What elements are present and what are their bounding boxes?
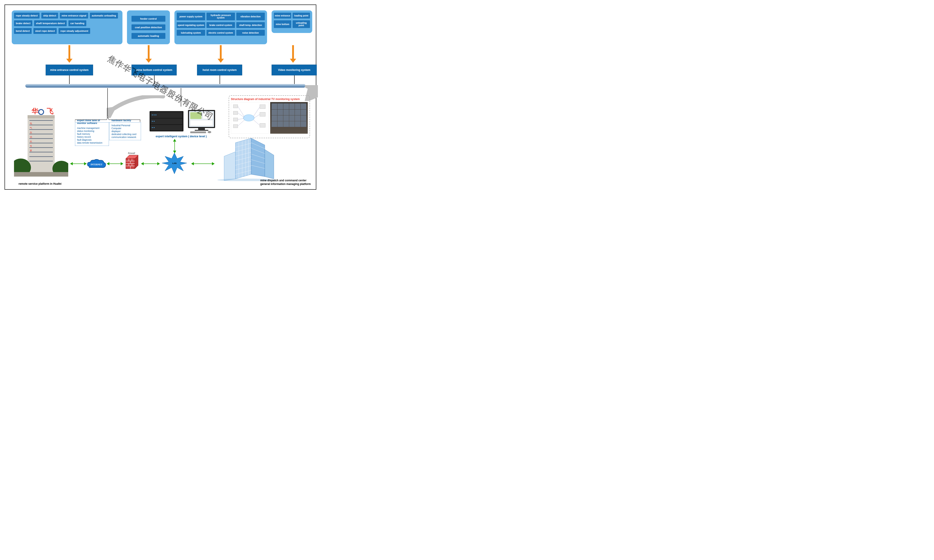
diagram-frame: rope steady detect skip detect mine entr… (5, 5, 316, 190)
svg-rect-18 (195, 130, 208, 131)
tag: car handing (68, 20, 86, 26)
panel-mine-entrance: rope steady detect skip detect mine entr… (12, 11, 122, 44)
tag: hydraulic pressure system (207, 13, 235, 20)
svg-text:LAN: LAN (173, 162, 177, 165)
svg-rect-41 (29, 120, 53, 121)
expert-system-label: expert intelligent system ( device level… (145, 135, 217, 138)
system-hoist-room: hoist room control system (197, 65, 242, 75)
svg-text:firewall: firewall (128, 152, 135, 154)
svg-rect-16 (190, 120, 213, 126)
tag: mine entrance (274, 13, 291, 18)
svg-point-7 (156, 114, 156, 115)
svg-point-8 (152, 121, 153, 122)
tag: brake control system (207, 22, 235, 28)
svg-point-40 (39, 109, 44, 114)
svg-rect-60 (14, 172, 68, 177)
tag: unloading point (293, 20, 310, 28)
svg-rect-25 (260, 105, 265, 109)
svg-text:电: 电 (30, 122, 32, 125)
tag: steel rope detect (34, 28, 57, 34)
tag: shaft temp. detection (236, 22, 265, 28)
svg-rect-23 (233, 118, 238, 121)
tag: loading point (293, 13, 310, 18)
expert-system-icon (145, 106, 217, 134)
huafei-building-icon: 华飞 电气自动化专家 (14, 104, 68, 177)
tag: rope steady detect (14, 13, 40, 18)
dash-title: expert think tank of monitor software (77, 119, 107, 125)
svg-rect-22 (233, 111, 238, 115)
svg-point-20 (208, 131, 211, 133)
tag: vibration detection (236, 13, 265, 20)
svg-rect-42 (29, 125, 53, 125)
svg-text:华: 华 (31, 107, 39, 115)
tag: noise detection (236, 30, 265, 36)
double-arrow-icon (174, 142, 175, 151)
system-video-monitoring: Video monitoring system (271, 65, 317, 75)
tag: mine bottom (274, 20, 291, 28)
double-arrow-icon (144, 163, 157, 164)
tag: skip detect (42, 13, 58, 18)
svg-line-35 (253, 120, 260, 125)
dashbox-software: expert think tank of monitor software ma… (75, 122, 109, 146)
tv-wall-photo-icon (270, 102, 308, 134)
svg-rect-37 (28, 115, 55, 118)
svg-marker-78 (236, 138, 251, 179)
tag: electric control system (207, 30, 235, 36)
panel-video: mine entrance loading point mine bottom … (271, 11, 312, 33)
svg-rect-43 (29, 129, 53, 130)
command-center-building-icon (217, 136, 276, 181)
firewall-icon: firewall (125, 152, 138, 170)
tag: automatic unloading (90, 13, 118, 18)
svg-text:专: 专 (30, 145, 32, 147)
svg-rect-50 (29, 161, 53, 162)
svg-rect-49 (29, 156, 53, 157)
connector-line (294, 75, 294, 84)
svg-rect-45 (29, 138, 53, 139)
bus-bar-icon (25, 84, 305, 88)
svg-text:动: 动 (30, 136, 32, 138)
svg-marker-81 (265, 149, 274, 179)
tag: automatic loading (131, 33, 165, 39)
svg-line-33 (253, 107, 260, 117)
dash-title: hardware facility (111, 119, 139, 122)
svg-marker-79 (251, 138, 265, 177)
svg-point-11 (154, 127, 154, 128)
svg-rect-48 (29, 152, 53, 152)
tv-title: Structure diagram of industrial TV monit… (231, 98, 308, 101)
dashbox-hardware: hardware facility Industrial Personal Co… (109, 122, 141, 140)
svg-point-10 (152, 127, 153, 128)
tag: feeder control (131, 16, 165, 22)
panel-hoist-room: power supply system hydraulic pressure s… (174, 11, 267, 44)
svg-text:飞: 飞 (46, 107, 54, 115)
tag: power supply system (177, 13, 205, 20)
system-mine-bottom: mine bottom control system (131, 65, 177, 75)
svg-point-5 (152, 114, 153, 115)
svg-rect-26 (260, 112, 265, 117)
tag: brake detect (14, 20, 32, 26)
svg-rect-46 (29, 143, 53, 143)
tag: shaft temperature detect (34, 20, 67, 26)
tag: speed regulating system (177, 22, 205, 28)
svg-point-6 (154, 114, 154, 115)
svg-line-32 (238, 120, 245, 126)
svg-rect-15 (203, 112, 213, 119)
panel-mine-bottom: feeder control coal position detection a… (127, 11, 170, 44)
svg-rect-2 (151, 112, 182, 118)
svg-text:化: 化 (30, 140, 32, 143)
tag: rope steady adjustment (59, 28, 90, 34)
svg-rect-4 (151, 125, 182, 131)
tag: mine entrance signal (60, 13, 88, 18)
svg-point-28 (244, 115, 254, 121)
double-arrow-icon (109, 163, 121, 164)
svg-rect-47 (29, 147, 53, 148)
connector-line (107, 88, 108, 116)
svg-rect-3 (151, 118, 182, 124)
left-label: remote service platform in Huafei (18, 182, 62, 185)
tag: coal position detection (131, 25, 165, 30)
svg-rect-24 (233, 125, 238, 128)
svg-rect-17 (198, 128, 205, 130)
tv-monitoring-box: Structure diagram of industrial TV monit… (229, 95, 310, 138)
connector-line (69, 75, 69, 84)
svg-line-31 (238, 118, 244, 120)
lan-star-icon: LAN (161, 152, 188, 174)
